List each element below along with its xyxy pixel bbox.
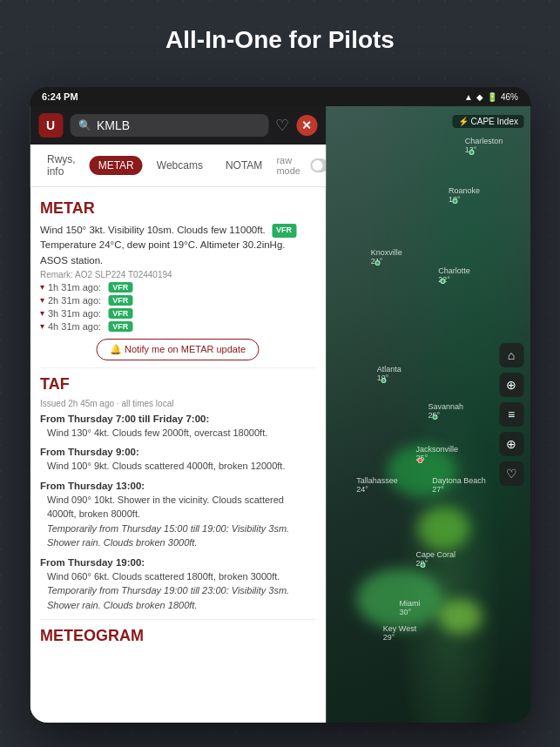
divider-2 [40, 619, 315, 620]
status-time: 6:24 PM [42, 91, 78, 102]
taf-temp-3: Temporarily from Thursday 15:00 till 19:… [40, 522, 315, 550]
home-button[interactable]: ⌂ [499, 343, 523, 367]
search-input[interactable]: KMLB [97, 118, 130, 132]
taf-detail-2: Wind 100° 9kt. Clouds scattered 4000ft, … [40, 459, 315, 474]
tab-notam[interactable]: NOTAM [217, 156, 271, 175]
airport-marker-7 [420, 562, 425, 568]
zoom-button[interactable]: ⊕ [499, 432, 523, 456]
map-label-miami: Miami30° [400, 599, 421, 616]
location-button[interactable]: ⊕ [499, 373, 523, 397]
airport-marker-2 [453, 199, 458, 204]
battery-icon: 🔋 [487, 92, 497, 102]
taf-block-4: From Thursday 19:00: Wind 060° 6kt. Clou… [40, 557, 315, 613]
airport-marker-5 [381, 378, 386, 383]
metar-remark: Remark: AO2 SLP224 T02440194 [40, 270, 315, 279]
left-panel: U 🔍 KMLB ♡ ✕ Rwys, info METAR Webcams NO… [30, 106, 326, 723]
airport-marker-kmlb [418, 458, 423, 463]
tab-rwys-info[interactable]: Rwys, info [38, 150, 84, 181]
chevron-icon: ▾ [40, 295, 44, 305]
taf-from-1: From Thursday 7:00 till Friday 7:00: [40, 414, 315, 424]
map-label-key-west: Key West29° [383, 624, 416, 642]
chevron-icon: ▾ [40, 321, 44, 331]
taf-issued: Issued 2h 45m ago · all times local [40, 399, 315, 408]
status-bar: 6:24 PM ▲ ◆ 🔋 46% [30, 87, 530, 106]
map-heart-button[interactable]: ♡ [499, 461, 523, 486]
chevron-icon: ▾ [40, 282, 44, 292]
close-button[interactable]: ✕ [296, 115, 317, 136]
airport-marker-4 [441, 279, 446, 284]
signal-icon: ◆ [476, 92, 483, 102]
search-bar[interactable]: 🔍 KMLB [70, 114, 268, 137]
taf-detail-1: Wind 130° 4kt. Clouds few 2000ft, overca… [40, 426, 315, 441]
chevron-icon: ▾ [40, 308, 44, 318]
cape-icon: ⚡ [458, 117, 469, 126]
metar-title: METAR [40, 199, 315, 218]
divider-1 [40, 367, 315, 368]
map-label-daytona: Daytona Beach27° [432, 476, 486, 494]
meteogram-title: METEOGRAM [40, 627, 315, 645]
history-item-3h: ▾ 3h 31m ago: VFR [40, 308, 315, 319]
airport-marker-1 [469, 150, 475, 155]
app-header: U 🔍 KMLB ♡ ✕ [30, 106, 326, 145]
vfr-badge-2h: VFR [108, 295, 132, 306]
page-title: All-In-One for Pilots [0, 0, 560, 71]
taf-from-3: From Thursday 13:00: [40, 481, 315, 491]
vfr-badge: VFR [272, 224, 296, 238]
vfr-badge-1h: VFR [108, 282, 132, 293]
map-panel[interactable]: Charleston13° Roanoke18° Knoxville21° Ch… [326, 106, 530, 723]
metar-history: ▾ 1h 31m ago: VFR ▾ 2h 31m ago: VFR ▾ 3h… [40, 282, 315, 332]
app-logo[interactable]: U [38, 113, 63, 138]
tablet-frame: 6:24 PM ▲ ◆ 🔋 46% U 🔍 KMLB ♡ ✕ Rwys, [30, 87, 530, 723]
map-label-tallahassee: Tallahassee24° [356, 476, 398, 494]
taf-temp-4: Temporarily from Thursday 19:00 till 23:… [40, 583, 315, 612]
taf-block-2: From Thursday 9:00: Wind 100° 9kt. Cloud… [40, 447, 315, 474]
wifi-icon: ▲ [464, 92, 473, 102]
notify-metar-button[interactable]: 🔔 Notify me on METAR update [97, 339, 259, 360]
panel-scroll[interactable]: METAR Wind 150° 3kt. Visibility 10sm. Cl… [30, 187, 326, 723]
history-item-2h: ▾ 2h 31m ago: VFR [40, 295, 315, 306]
battery-level: 46% [501, 92, 518, 102]
tabs-row: Rwys, info METAR Webcams NOTAM raw mode [30, 145, 326, 187]
taf-from-2: From Thursday 9:00: [40, 447, 315, 457]
tab-webcams[interactable]: Webcams [148, 156, 212, 175]
radar-blob-2 [418, 507, 470, 550]
layers-button[interactable]: ≡ [499, 402, 523, 427]
taf-title: TAF [40, 375, 315, 394]
app-content: U 🔍 KMLB ♡ ✕ Rwys, info METAR Webcams NO… [30, 106, 530, 723]
status-icons: ▲ ◆ 🔋 46% [464, 92, 518, 102]
taf-from-4: From Thursday 19:00: [40, 557, 315, 568]
metar-body: Wind 150° 3kt. Visibility 10sm. Clouds f… [40, 223, 315, 238]
taf-block-3: From Thursday 13:00: Wind 090° 10kt. Sho… [40, 481, 315, 550]
taf-detail-3: Wind 090° 10kt. Shower in the vicinity. … [40, 493, 315, 522]
vfr-badge-3h: VFR [108, 308, 132, 319]
metar-details: Temperature 24°C, dew point 19°C. Altime… [40, 238, 315, 268]
search-icon: 🔍 [78, 119, 91, 131]
taf-detail-4: Wind 060° 6kt. Clouds scattered 1800ft, … [40, 569, 315, 584]
cape-index-label: ⚡ CAPE Index [453, 115, 523, 128]
raw-mode-toggle[interactable]: raw mode [276, 155, 328, 176]
raw-mode-label: raw mode [276, 155, 307, 176]
favorite-button[interactable]: ♡ [275, 116, 289, 135]
map-buttons: ⌂ ⊕ ≡ ⊕ ♡ [499, 343, 523, 486]
history-item-4h: ▾ 4h 31m ago: VFR [40, 321, 315, 332]
history-item-1h: ▾ 1h 31m ago: VFR [40, 282, 315, 293]
vfr-badge-4h: VFR [108, 321, 132, 332]
taf-block-1: From Thursday 7:00 till Friday 7:00: Win… [40, 414, 315, 441]
tab-metar[interactable]: METAR [90, 156, 143, 175]
